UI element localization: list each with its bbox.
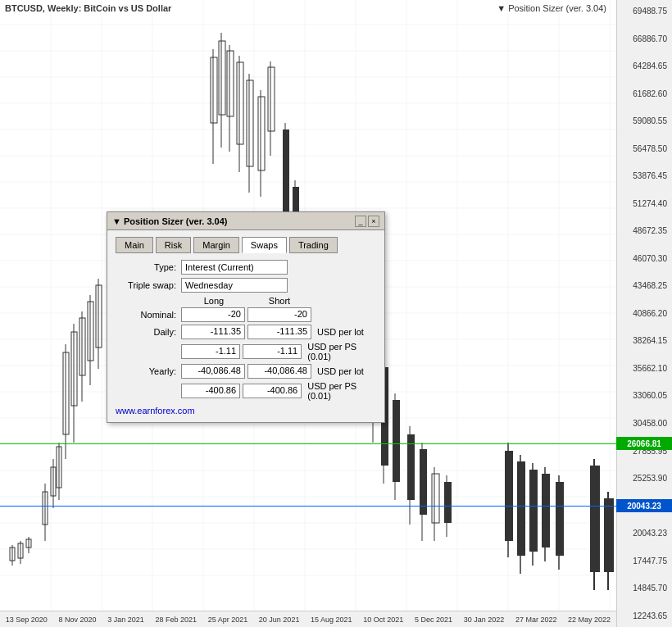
svg-rect-125 xyxy=(556,482,564,556)
daily-ps-row: -1.11 -1.11 USD per PS (0.01) xyxy=(116,342,376,361)
price-level-21: 17447.75 xyxy=(619,557,670,566)
type-row: Type: Interest (Current) xyxy=(116,260,376,275)
yearly-long: -40,086.48 xyxy=(181,364,245,379)
time-label-3: 3 Jan 2021 xyxy=(107,616,144,624)
price-level-13: 38264.15 xyxy=(619,336,670,345)
earnforex-link[interactable]: www.earnforex.com xyxy=(116,406,376,416)
price-level-9: 48672.35 xyxy=(619,226,670,235)
nominal-long: -20 xyxy=(181,307,245,322)
price-level-11: 43468.25 xyxy=(619,281,670,290)
price-level-23: 12243.65 xyxy=(619,611,670,620)
tab-swaps[interactable]: Swaps xyxy=(242,237,287,253)
daily-long: -111.35 xyxy=(181,325,245,339)
triple-swap-value: Wednesday xyxy=(181,278,288,293)
price-level-18: 25253.90 xyxy=(619,474,670,483)
price-level-1: 69488.75 xyxy=(619,7,670,16)
column-headers: Long Short xyxy=(116,296,376,306)
svg-rect-107 xyxy=(393,400,400,482)
time-label-12: 22 May 2022 xyxy=(568,616,611,624)
daily-ps-short: -1.11 xyxy=(243,344,302,359)
yearly-row: Yearly: -40,086.48 -40,086.48 USD per lo… xyxy=(116,364,376,379)
dialog-close-button[interactable]: × xyxy=(368,216,379,227)
svg-rect-89 xyxy=(268,67,275,131)
time-label-2: 8 Nov 2020 xyxy=(59,616,97,624)
time-label-7: 15 Aug 2021 xyxy=(311,616,352,624)
time-label-6: 20 Jun 2021 xyxy=(259,616,300,624)
daily-row: Daily: -111.35 -111.35 USD per lot xyxy=(116,325,376,339)
time-label-5: 25 Apr 2021 xyxy=(208,616,248,624)
col-header-long: Long xyxy=(181,296,247,306)
triple-swap-label: Triple swap: xyxy=(116,280,181,290)
time-label-9: 5 Dec 2021 xyxy=(415,616,452,624)
price-level-5: 59080.55 xyxy=(619,116,670,125)
svg-rect-113 xyxy=(432,474,439,523)
svg-rect-127 xyxy=(590,466,600,572)
time-label-4: 28 Feb 2021 xyxy=(155,616,197,624)
tab-risk[interactable]: Risk xyxy=(156,237,191,253)
price-axis: 69488.75 66886.70 64284.65 61682.60 5908… xyxy=(616,0,672,627)
nominal-row: Nominal: -20 -20 xyxy=(116,307,376,322)
type-label: Type: xyxy=(116,262,181,272)
tab-margin[interactable]: Margin xyxy=(193,237,239,253)
dialog-title-text: ▼ Position Sizer (ver. 3.04) xyxy=(112,216,228,226)
price-level-6: 56478.50 xyxy=(619,144,670,153)
svg-rect-119 xyxy=(517,461,525,556)
yearly-ps-row: -400.86 -400.86 USD per PS (0.01) xyxy=(116,381,376,401)
daily-short: -111.35 xyxy=(247,325,311,339)
price-level-8: 51274.40 xyxy=(619,199,670,208)
blue-price-badge: 20043.23 xyxy=(616,499,672,512)
price-level-15: 33060.05 xyxy=(619,391,670,400)
daily-unit: USD per lot xyxy=(317,327,364,337)
yearly-ps-unit: USD per PS (0.01) xyxy=(307,381,376,401)
svg-rect-91 xyxy=(283,129,289,211)
price-level-4: 61682.60 xyxy=(619,89,670,98)
triple-swap-row: Triple swap: Wednesday xyxy=(116,278,376,293)
price-level-7: 53876.45 xyxy=(619,171,670,180)
green-price-badge: 26066.81 xyxy=(616,437,672,450)
time-label-1: 13 Sep 2020 xyxy=(6,616,48,624)
dialog-tabs: Main Risk Margin Swaps Trading xyxy=(116,237,376,253)
svg-rect-111 xyxy=(420,449,427,515)
yearly-short: -40,086.48 xyxy=(247,364,311,379)
daily-ps-long: -1.11 xyxy=(181,344,240,359)
svg-rect-85 xyxy=(247,80,253,166)
svg-rect-87 xyxy=(258,97,265,170)
time-label-8: 10 Oct 2021 xyxy=(363,616,403,624)
price-level-10: 46070.30 xyxy=(619,254,670,263)
price-level-16: 30458.00 xyxy=(619,419,670,428)
svg-rect-115 xyxy=(444,482,452,523)
nominal-label: Nominal: xyxy=(116,310,181,320)
time-label-10: 30 Jan 2022 xyxy=(464,616,505,624)
position-sizer-dialog: ▼ Position Sizer (ver. 3.04) _ × Main Ri… xyxy=(107,211,385,423)
daily-ps-unit: USD per PS (0.01) xyxy=(307,342,376,361)
dialog-body: Main Risk Margin Swaps Trading Type: Int… xyxy=(107,230,384,422)
dialog-titlebar[interactable]: ▼ Position Sizer (ver. 3.04) _ × xyxy=(107,212,384,230)
col-header-short: Short xyxy=(247,296,312,306)
svg-rect-81 xyxy=(227,51,234,116)
svg-rect-77 xyxy=(211,57,217,123)
svg-rect-109 xyxy=(407,434,415,500)
yearly-unit: USD per lot xyxy=(317,366,364,376)
price-level-2: 66886.70 xyxy=(619,34,670,43)
tab-main[interactable]: Main xyxy=(116,237,153,253)
dialog-minimize-button[interactable]: _ xyxy=(355,216,366,227)
nominal-short: -20 xyxy=(247,307,311,322)
svg-rect-79 xyxy=(219,41,225,115)
price-level-20: 20043.23 xyxy=(619,529,670,538)
price-level-12: 40866.20 xyxy=(619,309,670,318)
type-value: Interest (Current) xyxy=(181,260,288,275)
tab-trading[interactable]: Trading xyxy=(289,237,338,253)
svg-rect-121 xyxy=(529,470,538,552)
price-level-3: 64284.65 xyxy=(619,61,670,70)
chart-container: BTCUSD, Weekly: BitCoin vs US Dollar ▼ P… xyxy=(0,0,672,627)
price-level-14: 35662.10 xyxy=(619,364,670,373)
yearly-ps-long: -400.86 xyxy=(181,384,240,398)
dialog-window-controls: _ × xyxy=(355,216,379,227)
blue-price-line xyxy=(0,506,616,507)
svg-rect-123 xyxy=(542,474,550,547)
green-price-line xyxy=(0,443,616,444)
svg-rect-117 xyxy=(505,451,513,541)
svg-rect-129 xyxy=(604,498,614,572)
price-level-22: 14845.70 xyxy=(619,584,670,593)
yearly-ps-short: -400.86 xyxy=(243,384,302,398)
